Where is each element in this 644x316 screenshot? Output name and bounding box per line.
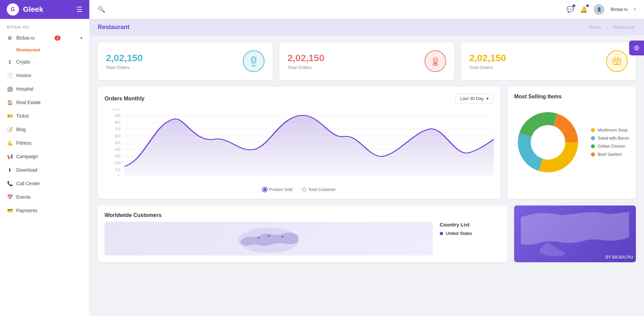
sidebar-label-fitness: Fitness: [16, 140, 31, 146]
svg-point-6: [433, 57, 437, 62]
invoice-icon: 📄: [7, 72, 13, 78]
chart-legend: Product Sold Total Customer: [105, 187, 494, 192]
sidebar-label-tickot: Tickot: [16, 113, 29, 119]
hospital-icon: 🏥: [7, 86, 13, 92]
campaign-icon: 📢: [7, 153, 13, 160]
svg-rect-7: [433, 64, 437, 65]
legend-customer: Total Customer: [302, 187, 336, 192]
chart-dropdown[interactable]: Last 30 Day ▾: [455, 94, 494, 103]
callcenter-icon: 📞: [7, 180, 13, 187]
legend-dot-beef: [591, 152, 595, 156]
chat-badge: [573, 4, 575, 7]
events-icon: 📅: [7, 194, 13, 200]
dining-icon: [248, 56, 259, 67]
sidebar-item-hospital[interactable]: 🏥 Hospital: [0, 82, 89, 96]
sidebar-item-invoice[interactable]: 📄 Invoice: [0, 69, 89, 82]
country-row-1: United States: [440, 231, 501, 236]
sidebar-item-fitness[interactable]: 💪 Fitness: [0, 136, 89, 150]
main-area: 🔍 💬 🔔 👤 Bicbai.ru ▾ Restaurant Home → Re…: [90, 0, 644, 316]
legend-dot-product: [263, 188, 267, 192]
svg-text:100: 100: [112, 109, 121, 111]
stat-icon-circle-2: [424, 50, 446, 72]
sidebar-item-bicbairu[interactable]: ⊞ Bicbai.ru 2 ▾: [0, 31, 89, 45]
sidebar-item-tickot[interactable]: 🎫 Tickot: [0, 109, 89, 123]
sidebar-item-callcenter[interactable]: 📞 Call Center: [0, 177, 89, 190]
svg-text:0: 0: [118, 175, 120, 176]
sidebar-label-payments: Payments: [16, 208, 37, 213]
page-header: Restaurant Home → Restaurant: [90, 19, 644, 35]
chart-header: Orders Monthly Last 30 Day ▾: [105, 94, 494, 103]
legend-label-chicken: Grilled Chicken: [598, 144, 625, 149]
stat-card-1: 2,02,150 Total Orders: [98, 42, 273, 80]
sidebar-item-events[interactable]: 📅 Events: [0, 190, 89, 204]
svg-point-39: [531, 125, 565, 159]
svg-text:40: 40: [115, 148, 120, 151]
dropdown-label: Last 30 Day: [460, 96, 484, 101]
chevron-down-icon: ▾: [80, 36, 83, 40]
donut-svg: [514, 105, 582, 179]
worldwide-content: Country List United States: [105, 222, 501, 256]
sidebar-label-invoice: Invoice: [16, 73, 31, 78]
sidebar-item-download[interactable]: ⬇ Download: [0, 163, 89, 177]
us-map-svg: [514, 205, 636, 262]
sidebar-item-realestate[interactable]: 🏠 Real Estate: [0, 96, 89, 109]
sidebar-item-payments[interactable]: 💳 Payments: [0, 204, 89, 217]
orders-chart-area: 100 90 80 70 60 50 40 30 20 10 0: [105, 109, 494, 183]
notification-badge: [586, 4, 589, 7]
country-label-1: United States: [446, 231, 472, 236]
payments-icon: 💳: [7, 208, 13, 214]
crypto-icon: ₿: [7, 59, 13, 65]
stat-icon-circle-1: [243, 50, 264, 72]
breadcrumb: Home → Restaurant: [588, 25, 636, 30]
download-icon: ⬇: [7, 167, 13, 173]
middle-row: Orders Monthly Last 30 Day ▾: [98, 87, 636, 199]
sidebar-item-campaign[interactable]: 📢 Campaign: [0, 150, 89, 163]
dropdown-chevron-icon: ▾: [486, 96, 489, 101]
country-list-section: Country List United States: [440, 222, 501, 256]
worldwide-title: Worldwide Customers: [105, 212, 501, 218]
breadcrumb-sep: →: [605, 25, 611, 30]
legend-item-1: Mushroom Soup: [591, 128, 629, 132]
topbar-username[interactable]: Bicbai.ru: [611, 7, 628, 12]
logo-circle: G: [7, 3, 19, 16]
hamburger-icon[interactable]: ☰: [76, 5, 83, 14]
country-list-label: Country List: [440, 222, 501, 227]
user-chevron-icon[interactable]: ▾: [634, 7, 636, 11]
stat-icon-circle-3: [606, 50, 628, 72]
sidebar-label-crypto: Crypto: [16, 59, 30, 65]
stat-card-2: 2,02,150 Total Orders: [279, 42, 454, 80]
breadcrumb-current: Restaurant: [613, 25, 635, 30]
sidebar-label-hospital: Hospital: [16, 86, 33, 92]
country-dot-1: [440, 232, 443, 235]
content-area: 2,02,150 Total Orders: [90, 35, 644, 316]
search-icon[interactable]: 🔍: [98, 6, 105, 13]
sidebar-sub-restaurant[interactable]: Restaurant: [0, 45, 89, 55]
map-watermark: BY BICBAI.RU: [605, 255, 633, 260]
legend-dot-customer: [302, 188, 306, 192]
sidebar-header: G Gleek ☰: [0, 0, 89, 19]
sidebar-section-label: BICBAI.RU: [0, 19, 89, 31]
chart-title: Orders Monthly: [105, 96, 144, 102]
svg-line-11: [615, 57, 616, 58]
fab-icon: ⚙: [634, 44, 640, 52]
notification-icon[interactable]: 🔔: [580, 6, 588, 13]
page-title: Restaurant: [98, 24, 130, 31]
breadcrumb-home: Home: [589, 25, 601, 30]
fab-button[interactable]: ⚙: [629, 41, 644, 55]
chat-icon[interactable]: 💬: [567, 6, 574, 13]
sidebar-item-blog[interactable]: 📝 Blog: [0, 123, 89, 136]
legend-dot-mushroom: [591, 128, 595, 132]
svg-point-4: [253, 58, 254, 59]
grid-icon: ⊞: [7, 35, 13, 41]
stat-label-2: Total Orders: [288, 65, 324, 70]
stat-card-3: 2,02,150 Total Orders: [461, 42, 636, 80]
sidebar-item-crypto[interactable]: ₿ Crypto: [0, 55, 89, 69]
donut-title: Most Selling Items: [514, 94, 629, 100]
revenue-icon: [612, 56, 622, 67]
svg-point-5: [255, 59, 256, 60]
svg-text:30: 30: [115, 154, 120, 158]
svg-point-3: [252, 59, 253, 60]
orders-chart-card: Orders Monthly Last 30 Day ▾: [98, 87, 501, 199]
svg-text:70: 70: [115, 127, 120, 131]
legend-product: Product Sold: [263, 187, 293, 192]
